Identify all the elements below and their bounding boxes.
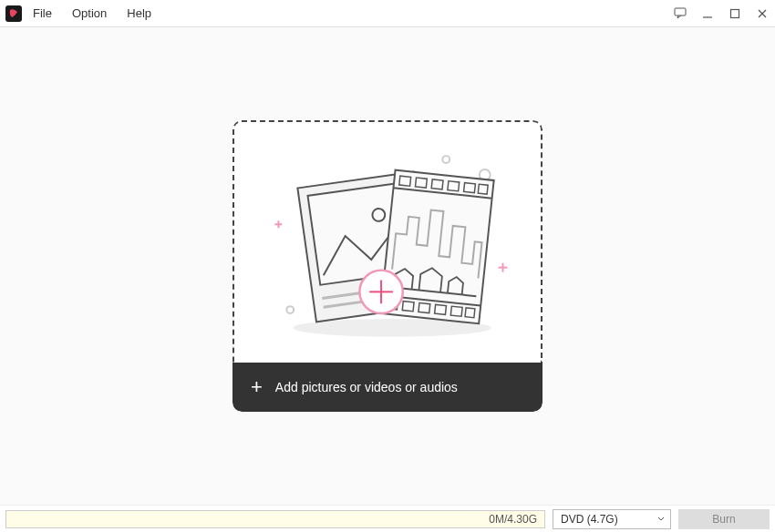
svg-rect-26 (418, 302, 430, 312)
menu-file[interactable]: File (33, 6, 52, 20)
footer-bar: 0M/4.30G DVD (4.7G) Burn (0, 505, 775, 532)
svg-point-36 (286, 306, 294, 313)
maximize-icon[interactable] (728, 6, 742, 21)
svg-rect-23 (478, 184, 488, 194)
burn-button[interactable]: Burn (678, 509, 770, 529)
app-icon (5, 5, 22, 22)
titlebar: File Option Help (0, 0, 775, 27)
svg-rect-21 (448, 181, 460, 191)
svg-rect-22 (464, 183, 476, 193)
window-controls (673, 6, 770, 21)
dropzone[interactable]: + Add pictures or videos or audios (232, 120, 542, 412)
svg-rect-25 (402, 302, 414, 312)
svg-point-5 (442, 156, 450, 163)
content-area: + Add pictures or videos or audios (0, 27, 775, 505)
plus-icon: + (251, 377, 263, 397)
burn-label: Burn (712, 513, 735, 526)
svg-rect-29 (465, 308, 475, 318)
feedback-icon[interactable] (673, 6, 687, 21)
capacity-meter: 0M/4.30G (5, 510, 545, 528)
disc-type-value: DVD (4.7G) (561, 513, 618, 526)
menu-bar: File Option Help (33, 6, 151, 20)
dropzone-illustration[interactable] (232, 120, 542, 363)
minimize-icon[interactable] (700, 6, 715, 21)
svg-rect-27 (435, 304, 447, 314)
svg-rect-28 (450, 306, 462, 316)
svg-rect-19 (415, 178, 427, 188)
svg-rect-0 (675, 8, 686, 15)
add-media-button[interactable]: + Add pictures or videos or audios (232, 363, 542, 412)
add-media-label: Add pictures or videos or audios (275, 380, 458, 394)
svg-rect-18 (399, 176, 411, 186)
disc-type-select[interactable]: DVD (4.7G) (553, 509, 671, 529)
menu-help[interactable]: Help (127, 6, 151, 20)
chevron-down-icon (657, 517, 665, 521)
capacity-text: 0M/4.30G (489, 513, 537, 526)
svg-rect-20 (431, 179, 443, 189)
close-icon[interactable] (755, 6, 770, 21)
svg-rect-2 (731, 9, 739, 17)
menu-option[interactable]: Option (72, 6, 107, 20)
